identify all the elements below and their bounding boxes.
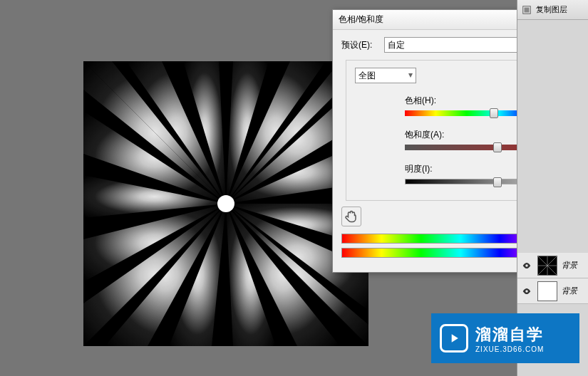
layer-row[interactable]: 背景 (517, 278, 588, 304)
layers-panel-icon (522, 5, 532, 15)
channel-value: 全图 (359, 70, 376, 80)
layers-list: 背景 背景 (517, 253, 588, 304)
svg-line-26 (538, 256, 547, 266)
svg-line-27 (547, 256, 557, 266)
layer-name: 背景 (562, 286, 577, 296)
panel-tabs[interactable]: 复制图层 (517, 0, 588, 20)
dialog-title-text: 色相/饱和度 (339, 14, 383, 24)
play-icon (440, 324, 468, 352)
layer-name: 背景 (562, 260, 577, 271)
preset-value: 自定 (388, 40, 405, 50)
hue-label: 色相(H): (405, 95, 462, 107)
svg-marker-34 (452, 334, 458, 343)
svg-line-28 (538, 266, 547, 275)
saturation-thumb[interactable] (493, 142, 502, 152)
hue-thumb[interactable] (490, 108, 498, 118)
layer-thumbnail (537, 256, 557, 276)
hand-tool-icon[interactable] (341, 207, 361, 226)
canvas[interactable] (83, 61, 368, 346)
panel-tab-label: 复制图层 (536, 4, 567, 15)
lightness-label: 明度(I): (405, 163, 462, 175)
visibility-icon[interactable] (520, 259, 533, 272)
watermark: 溜溜自学 ZIXUE.3D66.COM (431, 313, 579, 363)
layer-row[interactable]: 背景 (517, 253, 588, 278)
saturation-label: 饱和度(A): (405, 129, 462, 141)
preset-label: 预设(E): (341, 39, 384, 51)
svg-rect-25 (525, 7, 530, 12)
svg-line-29 (547, 266, 557, 275)
visibility-icon[interactable] (520, 285, 533, 298)
watermark-sub: ZIXUE.3D66.COM (475, 345, 544, 353)
svg-point-21 (217, 195, 234, 212)
lightness-thumb[interactable] (493, 177, 502, 187)
layer-thumbnail (537, 281, 557, 301)
channel-select[interactable]: 全图 ▾ (355, 68, 416, 83)
watermark-title: 溜溜自学 (475, 324, 544, 345)
